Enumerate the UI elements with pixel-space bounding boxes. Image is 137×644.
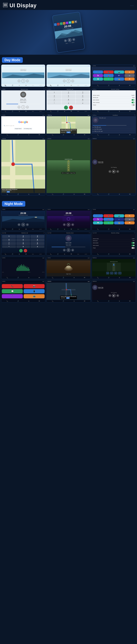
bt-next-day[interactable]: ⏭	[26, 106, 29, 108]
dial-6[interactable]: 6MNO	[76, 95, 90, 98]
night-nav-btn-1[interactable]: ◀	[106, 272, 109, 274]
app-icon-6[interactable]: 🚗	[104, 74, 114, 77]
night-dial-8[interactable]: 8TUV	[16, 242, 30, 245]
night-app-2[interactable]: 📺	[104, 214, 114, 217]
night-prev-1[interactable]: ⏮	[18, 224, 20, 226]
app-icon-4[interactable]: ⚙	[124, 70, 134, 74]
night-app-10[interactable]: 🌐	[104, 221, 114, 224]
night-np-next[interactable]: ⏭	[116, 294, 119, 297]
night-app-7[interactable]: BT	[114, 218, 124, 221]
night-dial-5[interactable]: 5JKL	[16, 238, 30, 242]
dial-1[interactable]: 1	[48, 91, 61, 94]
day-prev-1[interactable]: ⏮	[18, 80, 20, 82]
night-end-btn[interactable]: 📵	[24, 249, 27, 252]
dial-3[interactable]: 3DEF	[76, 91, 90, 94]
auto-answer-toggle[interactable]	[132, 99, 134, 101]
app-icon-3[interactable]: 📷	[114, 70, 124, 74]
night-nav-btn-2[interactable]: ▲	[110, 272, 113, 274]
night-dial-3[interactable]: 3DEF	[30, 235, 44, 238]
nav-go-btn-2[interactable]: GO	[6, 191, 10, 192]
track-3[interactable]: ► 华强_21_21乙.mp3	[93, 130, 135, 132]
header-dots[interactable]: ···	[130, 4, 134, 7]
google-btn-1[interactable]: Google Search	[14, 128, 22, 130]
night-auto-answer-toggle[interactable]	[132, 242, 134, 244]
next-button[interactable]: ⏭	[72, 38, 75, 41]
night-app-12[interactable]: 🗺	[124, 221, 134, 224]
night-np-play[interactable]: ▶	[112, 294, 116, 298]
np-prev[interactable]: ⏮	[108, 170, 111, 173]
night-nav-btn-4[interactable]: ▼	[118, 272, 121, 274]
dial-hash[interactable]: #	[76, 102, 90, 104]
night-phone-app-1[interactable]: 📞	[2, 284, 23, 288]
night-dial-7[interactable]: 7PRS	[2, 242, 16, 245]
app-icon-1[interactable]: 🎵	[93, 70, 103, 74]
night-phone-app-4[interactable]: 📱	[24, 289, 44, 293]
power-toggle[interactable]	[132, 104, 134, 106]
night-bt-pause[interactable]: ⏸	[67, 248, 70, 252]
track-1[interactable]: ► 华强_网红.mp3	[93, 126, 135, 128]
google-search-bar[interactable]: 🔍 Search or type URL	[2, 124, 44, 127]
bt-pause-day[interactable]: ⏸	[22, 105, 25, 109]
night-prev-2[interactable]: ⏮	[63, 224, 66, 226]
go-button[interactable]: GO	[66, 132, 70, 133]
night-dial-star[interactable]: *	[2, 246, 16, 248]
night-dial-9[interactable]: 9WXY	[30, 242, 44, 245]
night-next-1[interactable]: ⏭	[26, 224, 29, 226]
dial-5[interactable]: 5JKL	[62, 95, 76, 98]
night-pause-1[interactable]: ⏸	[22, 223, 25, 226]
pause-button[interactable]: ⏸	[68, 38, 72, 42]
day-pause-1[interactable]: ⏸	[22, 79, 25, 83]
night-app-5[interactable]: 📡	[93, 218, 103, 221]
night-phone-app-3[interactable]: 💬	[2, 289, 23, 293]
day-prev-2[interactable]: ⏮	[63, 80, 66, 82]
night-app-4[interactable]: ⚙	[124, 214, 134, 217]
dial-7[interactable]: 7PRS	[48, 98, 61, 102]
app-icon-5[interactable]: 📡	[93, 74, 103, 77]
day-next-1[interactable]: ⏭	[26, 80, 29, 82]
night-phone-app-6[interactable]: 📺	[24, 294, 44, 298]
night-app-8[interactable]: 🗂	[124, 218, 134, 221]
night-np-prev[interactable]: ⏮	[108, 294, 111, 297]
app-icon-8[interactable]: 🗂	[124, 74, 134, 77]
day-next-2[interactable]: ⏭	[72, 80, 74, 82]
night-phone-app-2[interactable]: 📷	[24, 284, 44, 288]
night-app-1[interactable]: 🎵	[93, 214, 103, 217]
app-icon-10[interactable]: 🌐	[104, 78, 114, 80]
app-icon-2[interactable]: 📺	[104, 70, 114, 74]
dial-star[interactable]: *	[48, 102, 61, 104]
np-play[interactable]: ▶	[112, 170, 116, 173]
night-app-6[interactable]: 🚗	[104, 218, 114, 221]
night-dial-hash[interactable]: #	[30, 246, 44, 248]
dial-2[interactable]: 2ABC	[62, 91, 76, 94]
night-next-2[interactable]: ⏭	[72, 224, 74, 226]
night-power-toggle[interactable]	[132, 247, 134, 249]
night-app-3[interactable]: 📷	[114, 214, 124, 217]
end-call-button-day[interactable]: 📵	[69, 106, 73, 110]
dial-4[interactable]: 4GHI	[48, 95, 61, 98]
app-icon-9[interactable]: 💬	[93, 78, 103, 80]
google-btn-2[interactable]: I'm Feeling Lucky	[23, 128, 32, 130]
night-bt-next[interactable]: ⏭	[72, 249, 74, 251]
night-dial-1[interactable]: 1	[2, 235, 16, 238]
app-icon-11[interactable]: 📻	[114, 78, 124, 80]
night-app-11[interactable]: 📻	[114, 221, 124, 224]
call-button-day[interactable]: 📞	[64, 106, 68, 110]
night-nav-btn-3[interactable]: ▶	[114, 272, 117, 274]
night-pause-2[interactable]: ⏸	[67, 223, 70, 226]
night-bt-prev[interactable]: ⏮	[63, 249, 66, 251]
night-dial-6[interactable]: 6MNO	[30, 238, 44, 242]
night-call-btn[interactable]: 📞	[19, 249, 23, 252]
night-dial-2[interactable]: 2ABC	[16, 235, 30, 238]
night-auto-connect-toggle[interactable]	[132, 245, 134, 246]
app-icon-12[interactable]: 🗺	[124, 78, 134, 80]
dial-0[interactable]: 0	[62, 102, 76, 104]
app-icon-7[interactable]: BT	[114, 74, 124, 77]
prev-button[interactable]: ⏮	[64, 39, 67, 42]
np-next[interactable]: ⏭	[116, 170, 119, 173]
dial-8[interactable]: 8TUV	[62, 98, 76, 102]
night-dial-0[interactable]: 0	[16, 246, 30, 248]
night-app-9[interactable]: 💬	[93, 221, 103, 224]
auto-connect-toggle[interactable]	[132, 102, 134, 103]
night-dial-4[interactable]: 4GHI	[2, 238, 16, 242]
dial-9[interactable]: 9WXY	[76, 98, 90, 102]
